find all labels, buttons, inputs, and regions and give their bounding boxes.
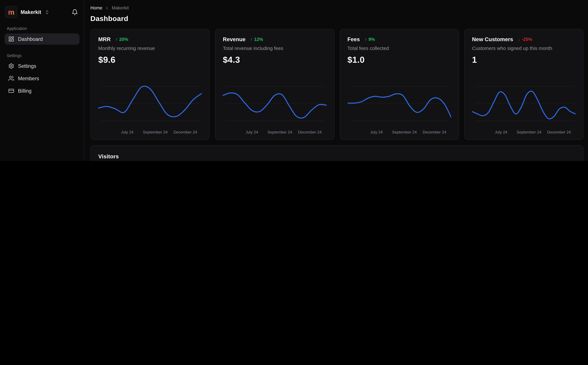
stat-card-revenue: Revenue ↑12% Total revenue including fee…: [215, 29, 334, 140]
x-tick: July 24: [246, 130, 258, 134]
sidebar-item-label: Members: [18, 76, 39, 81]
trend-value: 12%: [254, 37, 263, 42]
stat-value: $4.3: [223, 55, 326, 65]
notifications-button[interactable]: [71, 8, 79, 16]
users-icon: [8, 76, 14, 81]
stat-title: New Customers: [472, 36, 513, 42]
trend-up-icon: ↑: [115, 37, 118, 42]
sidebar-item-label: Dashboard: [18, 36, 43, 42]
workspace-selector[interactable]: m Makerkit: [5, 6, 49, 18]
chevron-right-icon: [105, 6, 109, 10]
stat-description: Customers who signed up this month: [472, 45, 576, 51]
fees-sparkline-chart: July 24 September 24 December 24: [347, 80, 451, 135]
stat-title: Revenue: [223, 36, 245, 42]
trend-up-icon: ↑: [250, 37, 253, 42]
breadcrumb-home-link[interactable]: Home: [90, 5, 102, 11]
x-axis-ticks: July 24 September 24 December 24: [472, 129, 576, 135]
credit-card-icon: [8, 88, 14, 94]
sidebar-section-application: Application: [7, 26, 77, 31]
x-tick: July 24: [495, 130, 507, 134]
mrr-sparkline-chart: July 24 September 24 December 24: [98, 80, 202, 135]
x-tick: September 24: [392, 130, 417, 134]
stat-value: $1.0: [347, 55, 451, 65]
stat-card-mrr: MRR ↑20% Monthly recurring revenue $9.6 …: [90, 29, 210, 140]
stat-value: $9.6: [98, 55, 202, 65]
stat-description: Total fees collected: [347, 45, 451, 51]
main-content: Home Makerkit Dashboard MRR ↑20% Monthly…: [84, 0, 588, 161]
visitors-title: Visitors: [98, 153, 576, 160]
x-tick: July 24: [121, 130, 133, 134]
trend-value: 9%: [368, 37, 375, 42]
x-tick: December 24: [422, 130, 446, 134]
trend-down-icon: ↓: [518, 37, 520, 42]
sidebar-header: m Makerkit: [5, 5, 79, 19]
dashboard-icon: [8, 36, 14, 42]
trend-up-icon: ↑: [365, 37, 367, 42]
sidebar-item-dashboard[interactable]: Dashboard: [5, 33, 79, 45]
trend-value: -25%: [522, 37, 532, 42]
sidebar-item-settings[interactable]: Settings: [5, 60, 79, 72]
x-tick: July 24: [370, 130, 383, 134]
x-axis-ticks: July 24 September 24 December 24: [98, 129, 202, 135]
trend-badge: ↑9%: [365, 37, 375, 42]
trend-badge: ↓-25%: [518, 37, 532, 42]
breadcrumb: Home Makerkit: [90, 5, 583, 11]
x-tick: September 24: [143, 130, 168, 134]
trend-badge: ↑20%: [115, 37, 128, 42]
stat-title: Fees: [347, 36, 360, 42]
stat-cards-row: MRR ↑20% Monthly recurring revenue $9.6 …: [90, 29, 583, 140]
stat-value: 1: [472, 55, 576, 65]
x-axis-ticks: July 24 September 24 December 24: [223, 129, 326, 135]
page-title: Dashboard: [90, 14, 583, 23]
sidebar-item-members[interactable]: Members: [5, 73, 79, 84]
workspace-name: Makerkit: [21, 9, 41, 15]
makerkit-logo: m: [5, 6, 17, 18]
stat-title: MRR: [98, 36, 111, 42]
breadcrumb-current: Makerkit: [112, 5, 129, 11]
x-tick: December 24: [547, 130, 571, 134]
revenue-sparkline-chart: July 24 September 24 December 24: [223, 80, 326, 135]
x-tick: September 24: [517, 130, 541, 134]
x-axis-ticks: July 24 September 24 December 24: [347, 129, 451, 135]
new-customers-sparkline-chart: July 24 September 24 December 24: [472, 80, 576, 135]
stat-description: Total revenue including fees: [223, 45, 326, 51]
sidebar-item-label: Settings: [18, 63, 36, 69]
sidebar-item-billing[interactable]: Billing: [5, 85, 79, 97]
x-tick: December 24: [173, 130, 197, 134]
sidebar-section-settings: Settings: [7, 53, 77, 58]
visitors-card: Visitors Showing total visitors for the …: [90, 145, 583, 161]
x-tick: December 24: [298, 130, 322, 134]
stat-card-fees: Fees ↑9% Total fees collected $1.0 July …: [339, 29, 459, 140]
bell-icon: [72, 9, 78, 15]
sidebar: m Makerkit Application Dashboard Setting…: [0, 0, 84, 161]
makerkit-logo-letter: m: [8, 8, 14, 15]
trend-badge: ↑12%: [250, 37, 263, 42]
app-window: m Makerkit Application Dashboard Setting…: [0, 0, 588, 161]
chevron-up-down-icon: [44, 10, 49, 14]
stat-description: Monthly recurring revenue: [98, 45, 202, 51]
stat-card-new-customers: New Customers ↓-25% Customers who signed…: [464, 29, 583, 140]
gear-icon: [8, 63, 14, 69]
x-tick: September 24: [267, 130, 292, 134]
sidebar-item-label: Billing: [18, 88, 32, 94]
trend-value: 20%: [119, 37, 128, 42]
